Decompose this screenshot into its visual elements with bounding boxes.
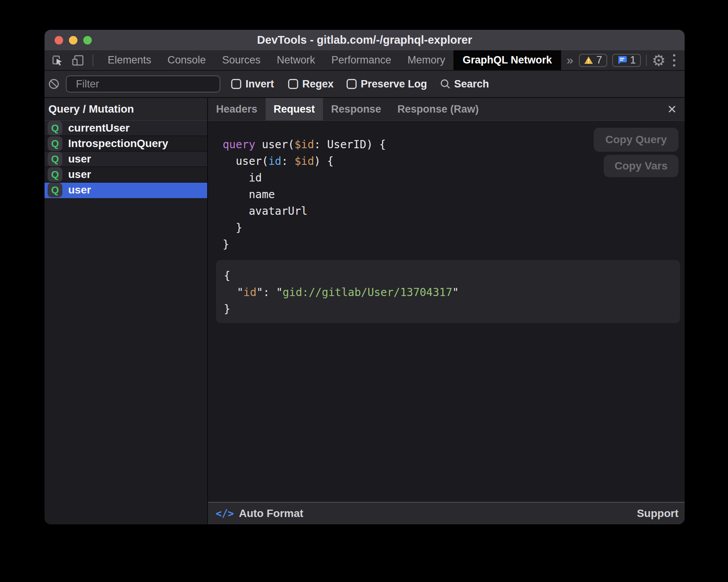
query-variables-block: { "id": "gid://gitlab/User/13704317"} <box>216 260 680 323</box>
code-line: { <box>224 267 680 284</box>
devtools-toolbar: ElementsConsoleSourcesNetworkPerformance… <box>45 50 685 71</box>
query-list-sidebar: Query / Mutation QcurrentUserQIntrospect… <box>45 98 208 524</box>
query-badge: Q <box>48 152 62 166</box>
invert-label: Invert <box>246 78 274 90</box>
code-line: } <box>224 301 680 317</box>
toolbar-tab-memory[interactable]: Memory <box>399 50 453 70</box>
sidebar-header: Query / Mutation <box>45 98 207 121</box>
query-name: user <box>68 184 91 196</box>
query-name: user <box>68 168 91 181</box>
code-line: avatarUrl <box>223 203 685 219</box>
support-link[interactable]: Support <box>637 507 678 520</box>
maximize-window-button[interactable] <box>83 36 92 45</box>
invert-checkbox-group: Invert <box>231 78 274 90</box>
close-window-button[interactable] <box>55 36 63 45</box>
auto-format-icon[interactable]: </> <box>216 508 234 519</box>
toolbar-tab-network[interactable]: Network <box>269 50 323 70</box>
code-line: name <box>223 186 685 203</box>
query-list: QcurrentUserQIntrospectionQueryQuserQuse… <box>45 121 207 198</box>
search-control[interactable]: Search <box>440 78 489 90</box>
panel-footer: </> Auto Format Support <box>208 502 685 524</box>
window-title: DevTools - gitlab.com/-/graphql-explorer <box>257 34 472 46</box>
tab-response[interactable]: Response <box>323 98 389 120</box>
toolbar-tab-sources[interactable]: Sources <box>214 50 269 70</box>
tab-headers[interactable]: Headers <box>208 98 266 120</box>
list-item[interactable]: Quser <box>45 183 207 198</box>
message-icon <box>617 56 627 65</box>
query-badge: Q <box>48 136 62 151</box>
panel-tabs: HeadersRequestResponseResponse (Raw) ✕ <box>208 98 685 121</box>
filter-input[interactable] <box>66 75 220 92</box>
inspect-icon[interactable] <box>52 55 63 66</box>
code-line: } <box>223 219 685 236</box>
list-item[interactable]: Quser <box>45 152 207 167</box>
regex-checkbox[interactable] <box>288 79 298 89</box>
title-bar: DevTools - gitlab.com/-/graphql-explorer <box>45 30 685 50</box>
tab-response-raw[interactable]: Response (Raw) <box>389 98 487 120</box>
query-badge: Q <box>48 167 62 182</box>
warning-count: 7 <box>596 54 602 66</box>
toolbar-tab-elements[interactable]: Elements <box>100 50 160 70</box>
query-name: currentUser <box>68 122 130 134</box>
preserve-log-checkbox-group: Preserve Log <box>347 78 427 90</box>
toolbar-tab-console[interactable]: Console <box>160 50 214 70</box>
more-tabs-icon[interactable]: » <box>561 50 579 70</box>
preserve-log-checkbox[interactable] <box>347 79 357 89</box>
issues-count: 1 <box>630 54 636 66</box>
close-icon[interactable]: ✕ <box>667 103 677 116</box>
kebab-menu-icon[interactable] <box>671 54 678 67</box>
list-item[interactable]: QcurrentUser <box>45 121 207 136</box>
search-label: Search <box>454 78 489 90</box>
filter-bar: Invert Regex Preserve Log Search <box>45 71 685 98</box>
devtools-window: DevTools - gitlab.com/-/graphql-explorer… <box>45 30 685 524</box>
regex-checkbox-group: Regex <box>288 78 334 90</box>
code-line: "id": "gid://gitlab/User/13704317" <box>224 284 680 301</box>
issues-badge[interactable]: 1 <box>612 54 641 67</box>
search-icon <box>440 79 451 89</box>
query-name: user <box>68 153 91 165</box>
device-toolbar-icon[interactable] <box>72 55 84 66</box>
toolbar-tab-performance[interactable]: Performance <box>323 50 400 70</box>
regex-label: Regex <box>302 78 334 90</box>
block-icon[interactable] <box>48 79 59 89</box>
list-item[interactable]: QIntrospectionQuery <box>45 136 207 152</box>
gear-icon[interactable]: ⚙ <box>652 53 666 68</box>
minimize-window-button[interactable] <box>69 36 77 45</box>
tab-request[interactable]: Request <box>266 98 323 120</box>
copy-query-button[interactable]: Copy Query <box>594 128 678 152</box>
copy-vars-button[interactable]: Copy Vars <box>604 155 678 177</box>
request-content: query user($id: UserID) { user(id: $id) … <box>208 121 685 502</box>
query-name: IntrospectionQuery <box>68 137 168 150</box>
traffic-lights <box>55 30 92 50</box>
preserve-log-label: Preserve Log <box>361 78 427 90</box>
warnings-badge[interactable]: 7 <box>579 54 607 67</box>
invert-checkbox[interactable] <box>231 79 241 89</box>
auto-format-label[interactable]: Auto Format <box>239 507 303 520</box>
list-item[interactable]: Quser <box>45 167 207 183</box>
toolbar-separator <box>93 55 93 66</box>
code-line: } <box>223 236 685 253</box>
toolbar-tabs: ElementsConsoleSourcesNetworkPerformance… <box>100 50 453 70</box>
variables-json: { "id": "gid://gitlab/User/13704317"} <box>224 267 680 317</box>
detail-panel: HeadersRequestResponseResponse (Raw) ✕ q… <box>208 98 685 524</box>
toolbar-tab-graphql-network[interactable]: GraphQL Network <box>453 50 561 70</box>
query-badge: Q <box>48 183 62 197</box>
main-area: Query / Mutation QcurrentUserQIntrospect… <box>45 98 685 524</box>
query-badge: Q <box>48 121 62 135</box>
toolbar-separator <box>646 55 647 66</box>
warning-icon <box>584 56 593 64</box>
